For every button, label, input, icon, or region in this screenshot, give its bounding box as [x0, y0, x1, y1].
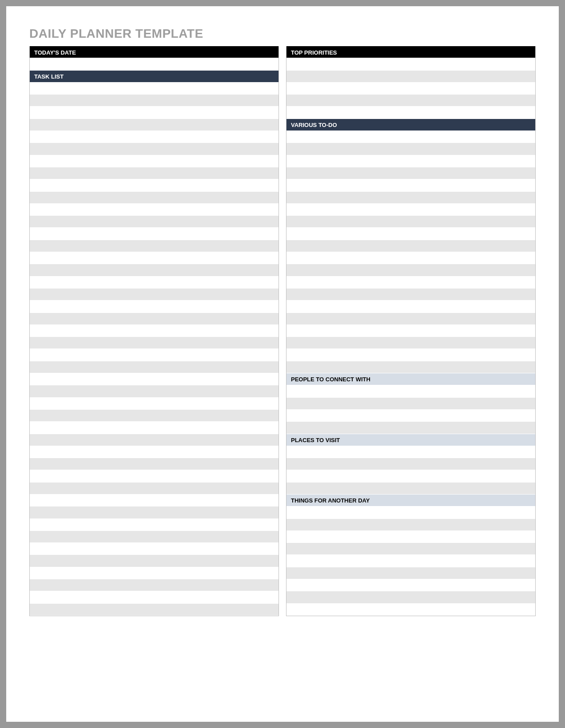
todo-row[interactable] — [286, 313, 535, 325]
todo-row[interactable] — [286, 337, 535, 349]
todo-row[interactable] — [286, 216, 535, 228]
task-row[interactable] — [30, 240, 279, 252]
todo-row[interactable] — [286, 325, 535, 337]
todo-row[interactable] — [286, 192, 535, 204]
task-list-header: TASK LIST — [30, 71, 279, 83]
task-row[interactable] — [30, 591, 279, 603]
task-row[interactable] — [30, 398, 279, 410]
another-day-row[interactable] — [286, 519, 535, 531]
another-day-row[interactable] — [286, 555, 535, 567]
todo-row[interactable] — [286, 252, 535, 264]
right-column: TOP PRIORITIES VARIOUS TO-DO — [286, 46, 536, 616]
people-row[interactable] — [286, 385, 535, 397]
task-row[interactable] — [30, 289, 279, 301]
priority-row[interactable] — [286, 71, 535, 83]
task-row[interactable] — [30, 204, 279, 216]
todo-row[interactable] — [286, 361, 535, 373]
another-day-row[interactable] — [286, 579, 535, 591]
task-row[interactable] — [30, 422, 279, 434]
task-row[interactable] — [30, 107, 279, 119]
todo-row[interactable] — [286, 167, 535, 179]
priority-row[interactable] — [286, 58, 535, 70]
task-row[interactable] — [30, 483, 279, 495]
priority-row[interactable] — [286, 83, 535, 95]
places-visit-header: PLACES TO VISIT — [286, 434, 535, 446]
task-row[interactable] — [30, 434, 279, 446]
another-day-row[interactable] — [286, 506, 535, 518]
task-row[interactable] — [30, 349, 279, 361]
task-row[interactable] — [30, 313, 279, 325]
task-row[interactable] — [30, 531, 279, 543]
task-row[interactable] — [30, 446, 279, 458]
people-row[interactable] — [286, 398, 535, 410]
people-connect-header: PEOPLE TO CONNECT WITH — [286, 373, 535, 385]
task-row[interactable] — [30, 83, 279, 95]
task-row[interactable] — [30, 167, 279, 179]
todo-row[interactable] — [286, 349, 535, 361]
people-row[interactable] — [286, 422, 535, 434]
places-row[interactable] — [286, 446, 535, 458]
task-row[interactable] — [30, 264, 279, 276]
various-todo-header: VARIOUS TO-DO — [286, 119, 535, 131]
task-row[interactable] — [30, 252, 279, 264]
task-row[interactable] — [30, 410, 279, 422]
task-row[interactable] — [30, 131, 279, 143]
places-row[interactable] — [286, 483, 535, 495]
task-row[interactable] — [30, 361, 279, 373]
task-row[interactable] — [30, 228, 279, 240]
priority-row[interactable] — [286, 107, 535, 119]
top-priorities-header: TOP PRIORITIES — [286, 46, 535, 58]
another-day-row[interactable] — [286, 531, 535, 543]
people-row[interactable] — [286, 410, 535, 422]
todo-row[interactable] — [286, 277, 535, 289]
task-row[interactable] — [30, 604, 279, 616]
task-row[interactable] — [30, 373, 279, 385]
todays-date-value[interactable] — [30, 58, 279, 70]
todo-row[interactable] — [286, 131, 535, 143]
todo-row[interactable] — [286, 204, 535, 216]
task-row[interactable] — [30, 155, 279, 167]
task-row[interactable] — [30, 567, 279, 579]
task-row[interactable] — [30, 95, 279, 107]
task-row[interactable] — [30, 458, 279, 470]
task-row[interactable] — [30, 543, 279, 555]
task-row[interactable] — [30, 216, 279, 228]
another-day-row[interactable] — [286, 567, 535, 579]
todays-date-header: TODAY'S DATE — [30, 46, 279, 58]
priority-row[interactable] — [286, 95, 535, 107]
left-column: TODAY'S DATE TASK LIST — [29, 46, 279, 616]
todo-row[interactable] — [286, 240, 535, 252]
page-title: DAILY PLANNER TEMPLATE — [29, 27, 536, 41]
todo-row[interactable] — [286, 264, 535, 276]
task-row[interactable] — [30, 301, 279, 313]
todo-row[interactable] — [286, 228, 535, 240]
task-row[interactable] — [30, 519, 279, 531]
task-row[interactable] — [30, 192, 279, 204]
task-row[interactable] — [30, 495, 279, 506]
another-day-row[interactable] — [286, 591, 535, 603]
task-row[interactable] — [30, 555, 279, 567]
todo-row[interactable] — [286, 301, 535, 313]
another-day-row[interactable] — [286, 543, 535, 555]
todo-row[interactable] — [286, 289, 535, 301]
task-row[interactable] — [30, 277, 279, 289]
task-row[interactable] — [30, 385, 279, 397]
task-row[interactable] — [30, 579, 279, 591]
planner-page: DAILY PLANNER TEMPLATE TODAY'S DATE TASK… — [6, 6, 559, 722]
task-row[interactable] — [30, 143, 279, 155]
places-row[interactable] — [286, 470, 535, 482]
columns: TODAY'S DATE TASK LIST — [29, 46, 536, 616]
task-row[interactable] — [30, 506, 279, 518]
places-row[interactable] — [286, 458, 535, 470]
another-day-header: THINGS FOR ANOTHER DAY — [286, 495, 535, 506]
task-row[interactable] — [30, 325, 279, 337]
todo-row[interactable] — [286, 155, 535, 167]
task-row[interactable] — [30, 470, 279, 482]
todo-row[interactable] — [286, 179, 535, 191]
task-row[interactable] — [30, 337, 279, 349]
task-row[interactable] — [30, 179, 279, 191]
task-row[interactable] — [30, 119, 279, 131]
todo-row[interactable] — [286, 143, 535, 155]
